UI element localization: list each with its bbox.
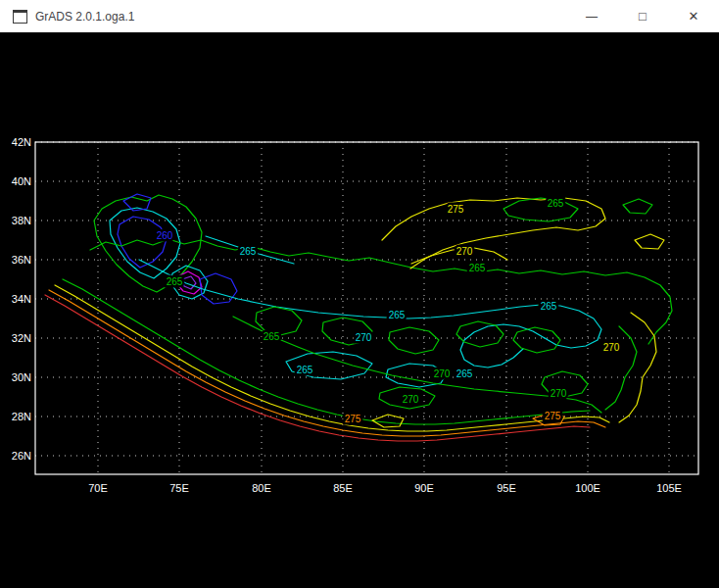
y-tick-label: 40N — [12, 175, 31, 187]
contour-label: 265 — [548, 198, 564, 209]
contour-line-green-19 — [389, 327, 439, 354]
y-tick-label: 36N — [12, 254, 31, 266]
contour-label: 265 — [167, 276, 183, 287]
contour-line-yellow-27 — [619, 313, 656, 422]
x-tick-label: 75E — [169, 482, 189, 494]
contour-label: 270 — [434, 368, 451, 379]
contour-label: 270 — [456, 246, 473, 257]
close-icon: ✕ — [689, 9, 699, 24]
y-tick-label: 34N — [12, 293, 31, 305]
contour-label: 260 — [157, 230, 173, 241]
contour-line-green-11 — [503, 198, 578, 221]
x-tick-label: 85E — [333, 482, 353, 494]
x-tick-label: 105E — [656, 482, 682, 494]
contour-label: 270 — [356, 332, 372, 343]
window-title: GrADS 2.0.1.oga.1 — [35, 10, 134, 24]
contour-line-yellow-10 — [382, 198, 605, 269]
contour-label: 265 — [297, 365, 313, 375]
y-tick-label: 32N — [12, 332, 31, 344]
contour-label: 270 — [403, 394, 419, 405]
x-tick-label: 100E — [575, 482, 600, 494]
contour-line-green-12 — [623, 199, 652, 214]
contour-label: 270 — [551, 388, 567, 399]
grads-canvas: 2752652702652652602652652652702652652702… — [0, 32, 719, 588]
titlebar[interactable]: GrADS 2.0.1.oga.1 — □ ✕ — [0, 0, 719, 32]
x-tick-label: 70E — [88, 482, 108, 494]
contour-label: 265 — [389, 310, 406, 320]
x-tick-label: 95E — [497, 482, 516, 494]
contour-line-yellow-13 — [635, 234, 664, 249]
y-tick-label: 30N — [12, 371, 31, 383]
contour-label: 265 — [541, 301, 557, 312]
contour-label: 265 — [469, 263, 486, 273]
maximize-icon: □ — [639, 9, 647, 24]
contour-label: 265 — [240, 246, 257, 257]
contour-line-cyan-16 — [460, 324, 545, 368]
contour-line-yellow-30 — [55, 285, 609, 431]
contour-label: 265 — [264, 331, 280, 342]
x-tick-label: 90E — [414, 482, 434, 494]
contour-label: 275 — [345, 414, 361, 424]
grads-app-icon — [13, 10, 27, 24]
x-tick-label: 80E — [252, 482, 271, 494]
y-tick-label: 28N — [12, 411, 31, 422]
y-tick-label: 42N — [12, 136, 31, 148]
contour-label: 275 — [448, 204, 464, 215]
contour-label: 265 — [456, 368, 473, 379]
contour-line-green-21 — [513, 327, 560, 353]
window-controls: — □ ✕ — [566, 0, 719, 32]
minimize-icon: — — [586, 10, 598, 24]
contour-label: 270 — [603, 342, 620, 353]
contour-line-red-32 — [45, 295, 590, 441]
contour-plot: 2752652702652652602652652652702652652702… — [0, 32, 719, 588]
contour-line-orange-31 — [49, 290, 605, 436]
contour-line-green-28 — [605, 326, 637, 410]
maximize-button[interactable]: □ — [617, 0, 668, 32]
minimize-button[interactable]: — — [566, 0, 617, 32]
y-tick-label: 38N — [12, 215, 31, 226]
y-tick-label: 26N — [12, 450, 31, 462]
grads-window: GrADS 2.0.1.oga.1 — □ ✕ 2752652702652652… — [0, 0, 719, 588]
close-button[interactable]: ✕ — [668, 0, 719, 32]
contour-label: 275 — [545, 411, 561, 421]
